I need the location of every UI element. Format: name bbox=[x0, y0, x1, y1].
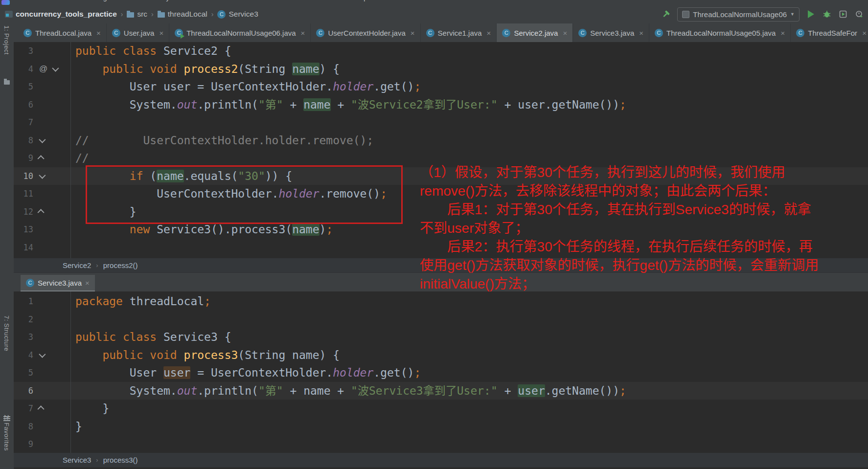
line-number[interactable]: 12 bbox=[14, 203, 33, 221]
run-with-coverage-icon[interactable] bbox=[838, 9, 848, 19]
code-line-3[interactable]: 3public class Service3 { bbox=[14, 328, 868, 346]
line-number[interactable]: 2 bbox=[14, 311, 33, 329]
breadcrumb-item-src[interactable]: src bbox=[127, 10, 147, 19]
close-icon[interactable]: × bbox=[862, 29, 867, 37]
tab-usercontextholder-java[interactable]: CUserContextHolder.java× bbox=[311, 23, 420, 42]
menu-navigate[interactable]: Navigate bbox=[90, 0, 116, 1]
tab-threadsafefor[interactable]: CThreadSafeFor× bbox=[791, 23, 868, 42]
profiler-icon[interactable] bbox=[854, 9, 864, 19]
code-token: public void bbox=[102, 63, 183, 75]
line-number[interactable]: 8 bbox=[14, 132, 33, 150]
tab-threadlocalnormalusage06-java[interactable]: CThreadLocalNormalUsage06.java× bbox=[169, 23, 311, 42]
line-number[interactable]: 6 bbox=[14, 382, 33, 400]
build-hammer-icon[interactable] bbox=[661, 9, 671, 19]
code-token: holder bbox=[333, 366, 373, 379]
stripe-structure-button[interactable]: 7: Structure bbox=[3, 315, 10, 351]
code-line-7[interactable]: 7 } bbox=[14, 400, 868, 418]
line-number[interactable]: 5 bbox=[14, 364, 33, 382]
menu-window[interactable]: Window bbox=[320, 0, 344, 1]
close-icon[interactable]: × bbox=[96, 29, 101, 37]
code-line-6[interactable]: 6 System.out.println("第" + name + "波Serv… bbox=[14, 382, 868, 400]
close-icon[interactable]: × bbox=[301, 29, 305, 37]
fold-end-icon[interactable] bbox=[38, 156, 45, 162]
crumb-process2()[interactable]: process2() bbox=[103, 261, 138, 269]
fold-collapse-icon[interactable] bbox=[39, 172, 46, 179]
run-config-select[interactable]: ThreadLocalNormalUsage06 ▼ bbox=[677, 7, 799, 22]
line-number[interactable]: 5 bbox=[14, 78, 33, 96]
menu-vcs[interactable]: VCS bbox=[296, 0, 310, 1]
line-number[interactable]: 9 bbox=[14, 435, 33, 453]
stripe-project-button[interactable]: 1: Project bbox=[3, 25, 10, 55]
breadcrumb-item-concurrency_tools_practice[interactable]: concurrency_tools_practice bbox=[5, 10, 117, 19]
line-number[interactable]: 10 bbox=[14, 167, 33, 185]
close-icon[interactable]: × bbox=[411, 29, 415, 37]
line-number[interactable]: 7 bbox=[14, 400, 33, 418]
code-token: Service3().process3( bbox=[157, 223, 292, 236]
debug-bug-icon[interactable] bbox=[822, 9, 832, 19]
code-line-4[interactable]: 4 public void process3(String name) { bbox=[14, 346, 868, 364]
menu-file[interactable]: File bbox=[23, 0, 34, 1]
line-number[interactable]: 11 bbox=[14, 185, 33, 203]
menu-analyze[interactable]: Analyze bbox=[153, 0, 177, 1]
code-line-8[interactable]: 8} bbox=[14, 418, 868, 436]
code-line-4[interactable]: 4@ public void process2(String name) { bbox=[14, 60, 868, 78]
menu-help[interactable]: Help bbox=[353, 0, 367, 1]
menu-edit[interactable]: Edit bbox=[44, 0, 55, 1]
code-token: + bbox=[498, 384, 518, 397]
tab-threadlocal-java[interactable]: CThreadLocal.java× bbox=[18, 23, 107, 42]
tab-service2-java[interactable]: CService2.java× bbox=[497, 23, 573, 42]
tab-service1-java[interactable]: CService1.java× bbox=[421, 23, 497, 42]
close-icon[interactable]: × bbox=[563, 29, 567, 37]
line-number[interactable]: 9 bbox=[14, 149, 33, 167]
line-number[interactable]: 3 bbox=[14, 42, 33, 60]
code-line-1[interactable]: 1package threadLocal; bbox=[14, 292, 868, 311]
stripe-favorites-button[interactable]: 2: Favorites bbox=[3, 415, 10, 451]
line-number[interactable]: 13 bbox=[14, 221, 33, 239]
fold-end-icon[interactable] bbox=[38, 406, 45, 413]
tab-threadlocalnormalusage05-java[interactable]: CThreadLocalNormalUsage05.java× bbox=[649, 23, 791, 42]
line-number[interactable]: 8 bbox=[14, 418, 33, 436]
code-line-7[interactable]: 7 bbox=[14, 113, 868, 132]
fold-end-icon[interactable] bbox=[38, 209, 45, 216]
menu-refactor[interactable]: Refactor bbox=[186, 0, 212, 1]
code-line-5[interactable]: 5 User user = UserContextHolder.holder.g… bbox=[14, 78, 868, 96]
code-line-9[interactable]: 9 bbox=[14, 435, 868, 453]
code-line-8[interactable]: 8// UserContextHolder.holder.remove(); bbox=[14, 132, 868, 150]
gutter-icons bbox=[33, 353, 70, 357]
crumb-service3[interactable]: Service3 bbox=[63, 456, 91, 464]
line-number[interactable]: 7 bbox=[14, 113, 33, 132]
code-line-2[interactable]: 2 bbox=[14, 311, 868, 329]
line-number[interactable]: 14 bbox=[14, 239, 33, 257]
menu-code[interactable]: Code bbox=[126, 0, 142, 1]
menu-run[interactable]: Run bbox=[247, 0, 260, 1]
fold-collapse-icon[interactable] bbox=[52, 65, 59, 71]
code-line-6[interactable]: 6 System.out.println("第" + name + "波Serv… bbox=[14, 96, 868, 114]
editor-service3[interactable]: 1package threadLocal;23public class Serv… bbox=[14, 291, 868, 454]
tab-user-java[interactable]: CUser.java× bbox=[107, 23, 169, 42]
breadcrumb-item-threadlocal[interactable]: threadLocal bbox=[158, 10, 207, 19]
line-number[interactable]: 6 bbox=[14, 96, 33, 114]
fold-collapse-icon[interactable] bbox=[39, 136, 46, 143]
close-icon[interactable]: × bbox=[159, 29, 163, 37]
tab-service3[interactable]: C Service3.java × bbox=[21, 275, 95, 291]
menu-build[interactable]: Build bbox=[222, 0, 237, 1]
line-number[interactable]: 1 bbox=[14, 292, 33, 311]
line-number[interactable]: 3 bbox=[14, 328, 33, 346]
menu-tools[interactable]: Tools bbox=[270, 0, 286, 1]
close-icon[interactable]: × bbox=[780, 29, 785, 37]
close-icon[interactable]: × bbox=[85, 279, 90, 287]
run-button[interactable] bbox=[806, 9, 816, 19]
menu-view[interactable]: View bbox=[65, 0, 80, 1]
stripe-folder-icon[interactable] bbox=[4, 80, 10, 85]
line-number[interactable]: 4 bbox=[14, 60, 33, 78]
code-line-3[interactable]: 3public class Service2 { bbox=[14, 42, 868, 60]
crumb-process3()[interactable]: process3() bbox=[103, 456, 138, 464]
fold-collapse-icon[interactable] bbox=[39, 351, 46, 357]
crumb-service2[interactable]: Service2 bbox=[63, 261, 91, 269]
line-number[interactable]: 4 bbox=[14, 346, 33, 364]
close-icon[interactable]: × bbox=[487, 29, 491, 37]
breadcrumb-item-service3[interactable]: CService3 bbox=[217, 10, 258, 19]
code-line-5[interactable]: 5 User user = UserContextHolder.holder.g… bbox=[14, 364, 868, 382]
tab-service3-java[interactable]: CService3.java× bbox=[573, 23, 649, 42]
close-icon[interactable]: × bbox=[639, 29, 643, 37]
